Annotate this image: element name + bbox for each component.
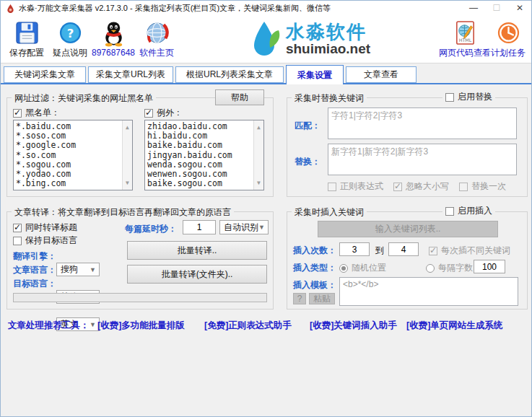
tab-collect-by-url[interactable]: 根据URL列表采集文章 [175, 66, 284, 83]
interval-radio[interactable]: 每隔字数 [426, 262, 473, 274]
brand-logo: 水淼软件 shuimiao.net [251, 20, 370, 58]
brand-title: 水淼软件 [286, 22, 370, 41]
insert-template-textarea[interactable]: <b>*</b> [339, 277, 518, 306]
enable-replace-checkbox-box [445, 93, 454, 102]
engine-dropdown[interactable]: 搜狗▼ [56, 263, 100, 276]
ignore-case-checkbox-box [393, 183, 402, 191]
html-page-icon: HTML [452, 19, 479, 46]
window-title: 水淼·万能文章采集器 v2.17.3.0 - 采集指定列表页(栏目页)文章，关键… [19, 3, 462, 14]
detect-dropdown[interactable]: 自动识别▼ [219, 220, 269, 234]
delay-input[interactable] [183, 220, 216, 234]
diff-keyword-checkbox[interactable]: 每次插不同关键词 [429, 245, 510, 257]
exception-item[interactable]: baike.baidu.com [147, 141, 253, 150]
exception-item[interactable]: jingyan.baidu.com [147, 151, 253, 160]
help-button[interactable]: 帮助 [215, 89, 264, 105]
footer-link-keyword-insert[interactable]: [收费]关键词插入助手 [310, 320, 397, 332]
interval-input[interactable] [474, 260, 505, 273]
minimize-button[interactable]: — [462, 1, 485, 15]
replace-title: 采集时替换关键词 [292, 92, 367, 105]
maximize-button[interactable]: ☐ [485, 1, 508, 15]
replace-once-checkbox[interactable]: 替换一次 [459, 180, 506, 193]
blacklist-label: 黑名单： [25, 107, 60, 119]
blacklist-listbox[interactable]: *.baidu.com *.soso.com *.google.com *.so… [13, 120, 133, 190]
footer-label: 文章处理推荐工具： [8, 320, 90, 332]
delay-label: 每篇延时秒： [125, 223, 177, 235]
tab-article-view[interactable]: 文章查看 [346, 66, 417, 83]
blacklist-item[interactable]: *.so.com [16, 151, 122, 160]
enable-insert-checkbox-box [445, 207, 454, 216]
exception-checkbox[interactable]: 例外： [144, 107, 183, 119]
exception-item[interactable]: wenwen.soso.com [147, 188, 253, 190]
keep-target-checkbox[interactable]: 保持目标语言 [13, 234, 77, 247]
ignore-case-checkbox[interactable]: 忽略大小写 [393, 180, 449, 193]
view-source-button[interactable]: HTML 网页代码查看 [443, 19, 487, 59]
enable-insert-checkbox[interactable]: 启用插入 [442, 205, 495, 217]
match-textarea[interactable] [328, 107, 517, 139]
footer-link-typeset[interactable]: [收费]多功能批量排版 [97, 320, 185, 332]
random-position-radio[interactable]: 随机位置 [339, 262, 386, 274]
insert-count-from-input[interactable] [339, 242, 370, 256]
blacklist-item[interactable]: *.google.com [16, 141, 122, 150]
scheduled-task-label: 计划任务 [491, 47, 526, 59]
tab-collect-settings[interactable]: 采集设置 [286, 65, 344, 84]
insert-group: 采集时插入关键词 启用插入 输入关键词列表.. 插入次数： 到 每次插不同关键词… [287, 211, 528, 310]
exception-listbox[interactable]: zhidao.baidu.com hi.baidu.com baike.baid… [144, 120, 264, 190]
qq-contact-button[interactable]: 897687648 [92, 20, 135, 58]
exception-scrollbar[interactable]: ▲▼ [253, 120, 263, 190]
enable-replace-checkbox[interactable]: 启用替换 [442, 91, 495, 103]
tab-keyword-collect[interactable]: 关键词采集文章 [4, 66, 86, 83]
close-button[interactable]: ✕ [508, 1, 531, 15]
enable-replace-label: 启用替换 [458, 91, 492, 103]
keep-target-checkbox-box [13, 237, 22, 245]
to-label: 到 [375, 245, 384, 257]
scheduled-task-button[interactable]: 计划任务 [487, 19, 530, 59]
batch-translate-button[interactable]: 批量转译.. [127, 241, 267, 260]
translate-title-checkbox-box [13, 224, 22, 232]
tab-url-list[interactable]: 采集文章URL列表 [88, 66, 173, 83]
app-window: 水淼·万能文章采集器 v2.17.3.0 - 采集指定列表页(栏目页)文章，关键… [0, 0, 532, 417]
url-filter-group: 网址过滤：关键词采集的网址黑名单 帮助 黑名单： 例外： *.baidu.com… [6, 97, 274, 197]
keyword-list-button[interactable]: 输入关键词列表.. [318, 221, 498, 237]
random-position-radio-circle [339, 264, 348, 273]
regex-checkbox-box [328, 183, 336, 191]
engine-value: 搜狗 [61, 263, 78, 276]
url-filter-title: 网址过滤：关键词采集的网址黑名单 [12, 92, 156, 105]
footer-link-single-page[interactable]: [收费]单页网站生成系统 [406, 320, 502, 332]
translate-title-checkbox[interactable]: 同时转译标题 [13, 221, 77, 234]
detect-value: 自动识别 [224, 221, 258, 234]
blacklist-scrollbar[interactable]: ▲▼ [122, 120, 132, 190]
svg-text:HTML: HTML [458, 38, 471, 43]
brand-subtitle: shuimiao.net [286, 41, 370, 56]
help-notes-button[interactable]: ? 疑点说明 [48, 19, 92, 59]
save-config-button[interactable]: 保存配置 [5, 19, 48, 59]
interval-radio-circle [426, 264, 435, 273]
template-help-button[interactable]: ? [293, 293, 306, 304]
replace-textarea[interactable] [328, 144, 517, 175]
footer-links: 文章处理推荐工具： [收费]多功能批量排版 [免费]正则表达式助手 [收费]关键… [1, 320, 531, 333]
translate-progress-bar [13, 293, 267, 302]
paste-button[interactable]: 粘贴 [309, 293, 335, 304]
app-icon [6, 4, 15, 13]
clock-icon [495, 19, 522, 46]
scroll-down-icon: ▼ [126, 178, 129, 188]
blacklist-item[interactable]: *.bing.com [16, 179, 122, 188]
translate-group: 文章转译：将文章翻译到目标语言再翻译回文章的原语言 同时转译标题 保持目标语言 … [6, 211, 274, 310]
question-icon: ? [57, 19, 84, 46]
regex-label: 正则表达式 [340, 180, 383, 193]
regex-checkbox[interactable]: 正则表达式 [328, 180, 383, 193]
insert-count-to-input[interactable] [388, 242, 419, 256]
scroll-up-icon: ▲ [126, 123, 129, 132]
save-config-label: 保存配置 [9, 47, 44, 59]
insert-title: 采集时插入关键词 [292, 206, 367, 219]
engine-label: 翻译引擎： [13, 250, 56, 263]
random-position-label: 随机位置 [352, 262, 386, 274]
ignore-case-label: 忽略大小写 [406, 180, 449, 193]
footer-link-regex[interactable]: [免费]正则表达式助手 [204, 320, 292, 332]
translate-title: 文章转译：将文章翻译到目标语言再翻译回文章的原语言 [12, 206, 234, 219]
exception-checkbox-box [144, 109, 153, 118]
batch-translate-folder-button[interactable]: 批量转译(文件夹).. [127, 265, 267, 284]
qq-number-label: 897687648 [92, 48, 135, 58]
homepage-button[interactable]: 软件主页 [135, 19, 178, 59]
diff-keyword-label: 每次插不同关键词 [441, 245, 510, 257]
blacklist-checkbox[interactable]: 黑名单： [13, 107, 60, 119]
